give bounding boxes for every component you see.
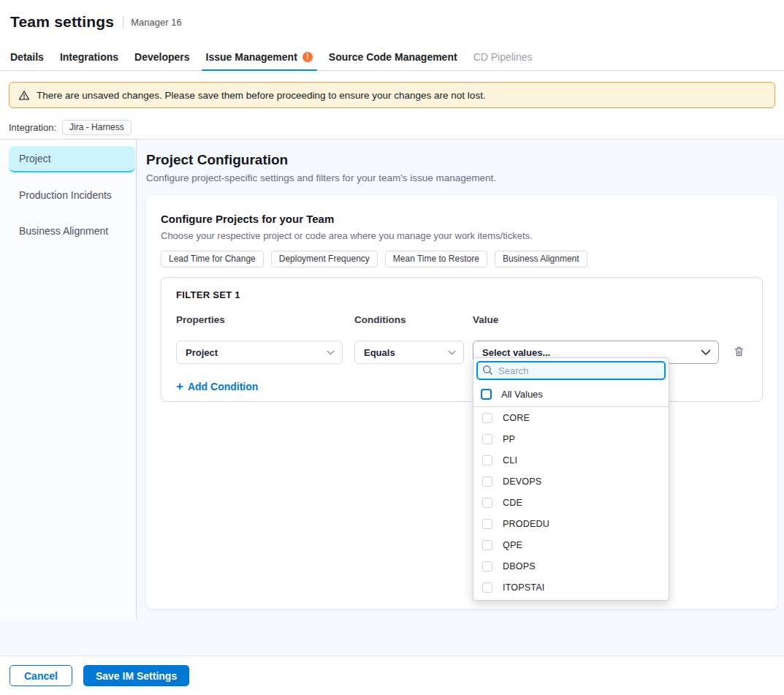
dropdown-option-core[interactable]: CORE — [473, 407, 669, 428]
option-checkbox[interactable] — [482, 455, 492, 466]
dropdown-option-cde[interactable]: CDE — [473, 492, 669, 513]
dropdown-search-input[interactable] — [476, 361, 666, 380]
dropdown-option-qpe[interactable]: QPE — [473, 534, 669, 555]
card-title: Configure Projects for your Team — [161, 213, 763, 225]
tab-label: Issue Management — [206, 51, 297, 63]
tab-issue-management[interactable]: Issue Management! — [202, 43, 317, 70]
warning-triangle-icon — [18, 90, 30, 101]
page-title: Team settings — [10, 13, 114, 31]
option-checkbox[interactable] — [482, 561, 492, 571]
metric-chip-mean-time-to-restore[interactable]: Mean Time to Restore — [385, 251, 487, 267]
chevron-down-icon — [448, 350, 456, 355]
main-panel: Project Configuration Configure project-… — [137, 140, 784, 656]
team-settings-page: Team settings Manager 16 DetailsIntegrat… — [0, 0, 784, 695]
sidebar-item-label: Production Incidents — [19, 189, 112, 201]
tab-label: Source Code Management — [329, 51, 457, 63]
tab-developers[interactable]: Developers — [130, 43, 194, 70]
banner-text: There are unsaved changes. Please save t… — [37, 90, 486, 101]
delete-condition-button[interactable] — [734, 346, 745, 360]
cancel-button[interactable]: Cancel — [9, 665, 72, 686]
page-header: Team settings Manager 16 — [0, 0, 784, 43]
tab-source-code-management[interactable]: Source Code Management — [324, 43, 462, 70]
tab-bar: DetailsIntegrationsDevelopersIssue Manag… — [0, 43, 784, 71]
settings-sidebar: ProjectProduction IncidentsBusiness Alig… — [0, 140, 137, 619]
option-label: PRODEDU — [503, 519, 549, 529]
tab-label: Integrations — [60, 51, 118, 63]
dropdown-option-itopstai[interactable]: ITOPSTAI — [473, 577, 669, 598]
plus-icon: + — [176, 380, 183, 392]
sidebar-item-project[interactable]: Project — [9, 146, 135, 172]
sidebar-item-production-incidents[interactable]: Production Incidents — [9, 182, 135, 208]
sidebar-item-label: Business Alignment — [19, 225, 108, 237]
filter-set-title: FILTER SET 1 — [176, 289, 747, 300]
sidebar-item-label: Project — [19, 153, 51, 164]
configure-projects-card: Configure Projects for your Team Choose … — [146, 195, 777, 609]
option-label: PP — [503, 434, 515, 444]
integration-label: Integration: — [9, 122, 56, 133]
integration-row: Integration: Jira - Harness — [9, 120, 132, 135]
page-subtitle: Manager 16 — [131, 17, 181, 28]
option-checkbox[interactable] — [482, 413, 492, 423]
tab-label: Developers — [134, 51, 189, 63]
dropdown-option-dbops[interactable]: DBOPS — [473, 555, 669, 577]
option-label: QPE — [503, 540, 522, 550]
metric-chip-lead-time-for-change[interactable]: Lead Time for Change — [161, 251, 264, 267]
integration-chip[interactable]: Jira - Harness — [62, 120, 132, 135]
dropdown-option-devops[interactable]: DEVOPS — [473, 471, 669, 492]
select-all-values-row[interactable]: All Values — [473, 383, 669, 407]
option-label: CDE — [503, 498, 522, 508]
value-select-placeholder: Select values... — [482, 347, 550, 358]
condition-select-value: Equals — [364, 347, 395, 358]
all-values-checkbox[interactable] — [481, 389, 492, 400]
chevron-down-icon — [701, 349, 711, 356]
alert-badge-icon: ! — [302, 52, 313, 62]
metric-chips-row: Lead Time for ChangeDeployment Frequency… — [161, 251, 763, 267]
tab-integrations[interactable]: Integrations — [56, 43, 123, 70]
option-label: ITOPSTAI — [503, 582, 544, 593]
dropdown-options-list: COREPPCLIDEVOPSCDEPRODEDUQPEDBOPSITOPSTA… — [473, 407, 669, 601]
tab-details[interactable]: Details — [6, 43, 48, 70]
option-label: CLI — [503, 455, 517, 466]
properties-column-label: Properties — [176, 314, 354, 325]
card-subtitle: Choose your respective project or code a… — [161, 230, 763, 241]
trash-icon — [734, 346, 745, 360]
metric-chip-business-alignment[interactable]: Business Alignment — [495, 251, 587, 267]
dropdown-search-wrap — [473, 358, 669, 383]
save-im-settings-button[interactable]: Save IM Settings — [83, 665, 189, 686]
title-separator — [123, 16, 123, 29]
option-checkbox[interactable] — [482, 582, 492, 593]
option-label: DEVOPS — [503, 476, 541, 487]
option-checkbox[interactable] — [482, 498, 492, 508]
add-condition-label: Add Condition — [188, 381, 258, 392]
footer-actions: Cancel Save IM Settings — [0, 656, 784, 695]
metric-chip-deployment-frequency[interactable]: Deployment Frequency — [271, 251, 378, 267]
value-dropdown-popup: All Values COREPPCLIDEVOPSCDEPRODEDUQPED… — [473, 357, 669, 601]
option-label: DBOPS — [503, 561, 536, 571]
property-select[interactable]: Project — [176, 341, 343, 364]
unsaved-changes-banner: There are unsaved changes. Please save t… — [9, 82, 775, 108]
dropdown-option-pipe[interactable]: PIPE — [473, 598, 669, 601]
section-subtitle: Configure project-specific settings and … — [146, 172, 496, 183]
section-title: Project Configuration — [146, 152, 288, 168]
dropdown-option-pp[interactable]: PP — [473, 428, 669, 449]
dropdown-option-cli[interactable]: CLI — [473, 449, 669, 471]
tab-cd-pipelines[interactable]: CD Pipelines — [469, 43, 537, 70]
sidebar-item-business-alignment[interactable]: Business Alignment — [9, 218, 135, 244]
condition-column-labels: Properties Conditions Value — [176, 314, 747, 325]
option-checkbox[interactable] — [482, 540, 492, 550]
conditions-column-label: Conditions — [354, 314, 473, 325]
property-select-value: Project — [186, 347, 218, 358]
option-label: CORE — [503, 413, 530, 423]
filter-set-1: FILTER SET 1 Properties Conditions Value… — [161, 277, 763, 402]
condition-select[interactable]: Equals — [354, 341, 464, 364]
tab-label: Details — [10, 51, 44, 63]
all-values-label: All Values — [501, 389, 543, 400]
option-checkbox[interactable] — [482, 476, 492, 487]
add-condition-button[interactable]: + Add Condition — [176, 380, 258, 392]
option-checkbox[interactable] — [482, 434, 492, 444]
chevron-down-icon — [327, 350, 335, 355]
value-column-label: Value — [473, 314, 498, 325]
dropdown-option-prodedu[interactable]: PRODEDU — [473, 513, 669, 534]
tab-label: CD Pipelines — [473, 51, 533, 63]
option-checkbox[interactable] — [482, 519, 492, 529]
